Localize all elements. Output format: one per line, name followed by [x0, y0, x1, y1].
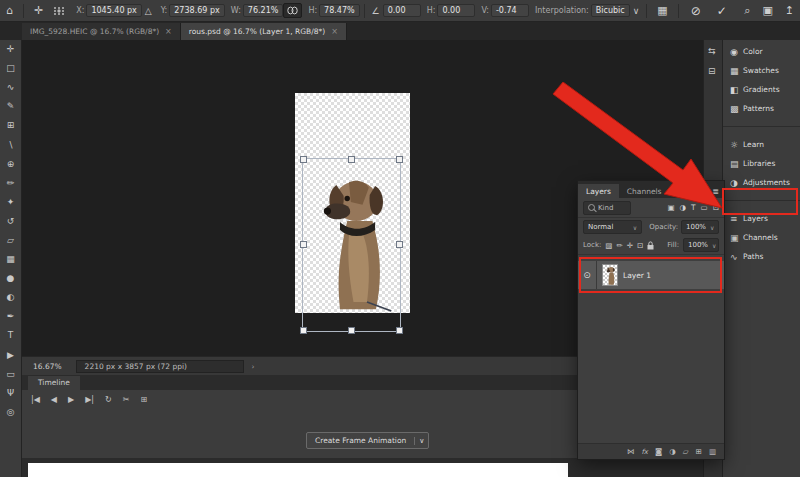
dodge-tool[interactable]: ◐ [7, 293, 15, 302]
marquee-tool[interactable]: □ [6, 64, 15, 73]
search-icon[interactable]: ⌕ [738, 5, 756, 16]
divider [723, 118, 800, 127]
transform-handle[interactable] [396, 156, 403, 163]
eyedropper-tool[interactable]: ∖ [8, 141, 14, 150]
path-selection-tool[interactable]: ▶ [7, 351, 14, 360]
duplicate-frame-icon[interactable]: ⊞ [140, 395, 147, 404]
split-icon[interactable]: ✂ [123, 395, 130, 404]
lock-all-icon[interactable] [647, 241, 654, 250]
quick-selection-tool[interactable]: ✎ [7, 102, 15, 111]
layers-panel-footer: ⋈ fx ◙ ◑ ▱ ⊞ ▥ [578, 443, 724, 459]
history-brush-tool[interactable]: ↺ [7, 217, 15, 226]
filter-kind-select[interactable]: Kind [583, 201, 631, 215]
interpolation-dropdown-icon[interactable]: ∨ [630, 6, 643, 16]
tab-paths[interactable]: Paths [670, 184, 706, 198]
hand-tool[interactable]: Ψ [7, 389, 14, 398]
brush-tool[interactable]: ✏ [7, 179, 15, 188]
spot-healing-tool[interactable]: ⊕ [7, 160, 15, 169]
close-icon[interactable]: × [331, 27, 338, 36]
new-group-icon[interactable]: ▱ [683, 447, 689, 456]
h-input[interactable]: 78.47% [319, 4, 360, 17]
relative-position-icon[interactable]: △ [142, 6, 155, 16]
maintain-aspect-link-icon[interactable] [283, 3, 302, 18]
filter-adjustment-icon[interactable]: ◑ [679, 203, 686, 212]
blend-mode-select[interactable]: Normal ∨ [583, 220, 642, 234]
chevron-down-icon[interactable]: ∨ [414, 437, 428, 445]
lock-position-icon[interactable]: ✛ [627, 241, 633, 250]
y-input[interactable]: 2738.69 px [169, 4, 224, 17]
document-tab-img5928[interactable]: IMG_5928.HEIC @ 16.7% (RGB/8*) × [22, 23, 181, 40]
layer-effects-icon[interactable]: fx [641, 448, 648, 456]
dock-item-channels[interactable]: ▣ Channels [723, 228, 800, 247]
transform-handle[interactable] [348, 327, 355, 334]
eraser-tool[interactable]: ▱ [7, 236, 14, 245]
cancel-transform-icon[interactable]: ⊘ [683, 4, 709, 18]
tab-layers[interactable]: Layers [578, 184, 619, 198]
transform-handle[interactable] [300, 327, 307, 334]
vskew-input[interactable]: -0.74 [491, 4, 529, 17]
dock-item-paths[interactable]: ∿ Paths [723, 247, 800, 266]
lock-pixels-icon[interactable]: ✏ [616, 241, 622, 250]
dock-item-learn[interactable]: ☼ Learn [723, 135, 800, 154]
rotate-input[interactable]: 0.00 [383, 4, 421, 17]
close-icon[interactable]: × [165, 27, 172, 36]
tab-timeline[interactable]: Timeline [28, 376, 80, 392]
link-layers-icon[interactable]: ⋈ [627, 447, 635, 456]
lock-transparency-icon[interactable]: ▨ [605, 241, 612, 250]
dock-item-swatches[interactable]: ▦ Swatches [723, 61, 800, 80]
dock-item-patterns[interactable]: ▩ Patterns [723, 99, 800, 118]
commit-transform-icon[interactable]: ✓ [709, 4, 735, 18]
new-layer-icon[interactable]: ⊞ [696, 447, 702, 456]
document-tab-rous-psd[interactable]: rous.psd @ 16.7% (Layer 1, RGB/8*) × [181, 23, 347, 40]
warp-mode-icon[interactable]: ▦ [651, 5, 673, 16]
previous-frame-icon[interactable]: ◀ [51, 395, 57, 404]
w-input[interactable]: 76.21% [243, 4, 284, 17]
x-input[interactable]: 1045.40 px [86, 4, 141, 17]
next-frame-icon[interactable]: ▶| [85, 395, 94, 404]
home-icon[interactable]: ⌂ [0, 5, 19, 16]
opacity-select[interactable]: 100% ∨ [681, 220, 719, 234]
hskew-input[interactable]: 0.00 [437, 4, 475, 17]
lock-artboard-icon[interactable]: ⊡ [637, 241, 643, 250]
dock-item-gradients[interactable]: ◧ Gradients [723, 80, 800, 99]
type-tool[interactable]: T [8, 331, 14, 340]
filter-type-icon[interactable]: T [691, 203, 696, 212]
transform-handle[interactable] [300, 156, 307, 163]
clone-stamp-tool[interactable]: ✦ [7, 198, 15, 207]
panel-group-icon[interactable]: ⊟ [708, 66, 716, 76]
collapse-panels-icon[interactable]: ⇆ [708, 46, 716, 56]
reference-point-locator[interactable] [54, 7, 65, 15]
create-frame-animation-button[interactable]: Create Frame Animation ∨ [306, 432, 429, 449]
crop-tool[interactable]: ⊞ [7, 121, 15, 130]
pen-tool[interactable]: ✒ [7, 312, 15, 321]
play-icon[interactable]: ▶ [68, 395, 74, 404]
transform-handle[interactable] [300, 241, 307, 248]
dock-item-color[interactable]: ◉ Color [723, 42, 800, 61]
adjustment-layer-icon[interactable]: ◑ [669, 447, 676, 456]
transform-bounding-box[interactable] [302, 158, 401, 332]
transform-handle[interactable] [396, 327, 403, 334]
share-icon[interactable]: ↥ [779, 5, 800, 16]
interpolation-select[interactable]: Bicubic [591, 4, 630, 17]
tab-channels[interactable]: Channels [619, 184, 670, 198]
zoom-tool[interactable]: ◎ [7, 408, 15, 417]
filter-shape-icon[interactable]: ▭ [701, 203, 708, 212]
shape-tool[interactable]: ▭ [6, 370, 15, 379]
transform-handle[interactable] [348, 156, 355, 163]
zoom-level-field[interactable]: 16.67% [33, 362, 62, 371]
fill-select[interactable]: 100% ∨ [683, 238, 719, 252]
delete-layer-icon[interactable]: ▥ [709, 447, 716, 456]
first-frame-icon[interactable]: |◀ [31, 395, 40, 404]
blur-tool[interactable]: ● [7, 274, 15, 283]
dock-item-libraries[interactable]: ▤ Libraries [723, 154, 800, 173]
move-tool[interactable]: ✛ [7, 45, 15, 54]
loop-icon[interactable]: ↻ [105, 395, 112, 404]
workspace-icon[interactable]: ▣ [756, 5, 778, 16]
lasso-tool[interactable]: ∿ [7, 83, 15, 92]
filter-pixel-icon[interactable]: ▣ [667, 203, 674, 212]
transform-handle[interactable] [396, 241, 403, 248]
gradient-tool[interactable]: ▦ [6, 255, 15, 264]
filter-smart-object-icon[interactable]: ⊡ [713, 203, 719, 212]
status-flyout-icon[interactable]: › [252, 362, 255, 371]
layer-mask-icon[interactable]: ◙ [655, 447, 662, 456]
